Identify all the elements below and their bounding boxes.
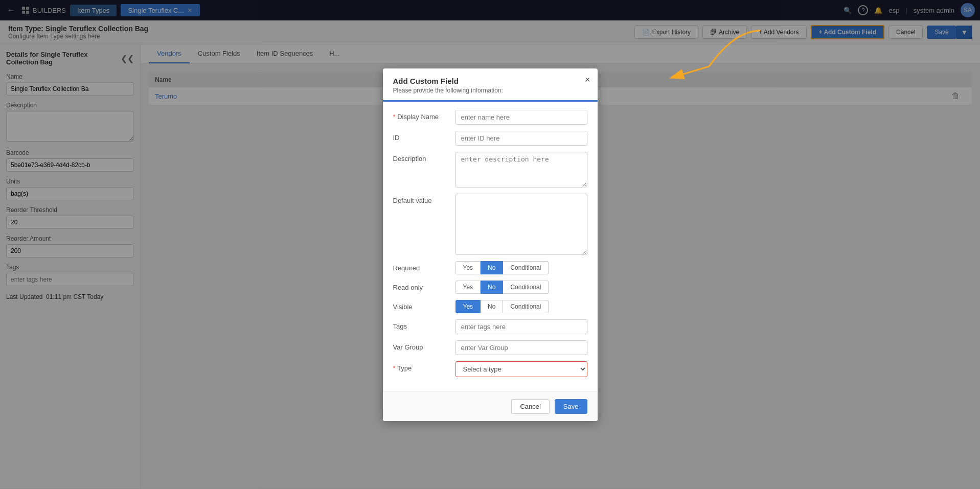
required-row: Required Yes No Conditional [393, 261, 587, 274]
tags-label: Tags [393, 319, 449, 330]
modal-save-button[interactable]: Save [555, 399, 587, 414]
read-only-row: Read only Yes No Conditional [393, 281, 587, 294]
read-only-btn-group: Yes No Conditional [455, 281, 549, 294]
default-value-label: Default value [393, 194, 449, 204]
description-label: Description [393, 152, 449, 162]
read-only-no-button[interactable]: No [481, 281, 503, 294]
description-row: Description [393, 152, 587, 188]
visible-btn-group: Yes No Conditional [455, 300, 549, 313]
required-btn-group: Yes No Conditional [455, 261, 549, 274]
display-name-input[interactable] [455, 110, 587, 125]
description-textarea[interactable] [455, 152, 587, 188]
type-row: Type Select a type [393, 361, 587, 377]
modal-cancel-button[interactable]: Cancel [511, 399, 549, 414]
visible-yes-button[interactable]: Yes [455, 300, 481, 313]
required-yes-button[interactable]: Yes [455, 261, 481, 274]
default-value-textarea[interactable] [455, 194, 587, 255]
modal-header: Add Custom Field Please provide the foll… [383, 68, 598, 102]
id-input[interactable] [455, 131, 587, 146]
modal-close-button[interactable]: × [585, 75, 590, 85]
visible-row: Visible Yes No Conditional [393, 300, 587, 313]
var-group-input[interactable] [455, 340, 587, 355]
default-value-row: Default value [393, 194, 587, 255]
read-only-yes-button[interactable]: Yes [455, 281, 481, 294]
id-label: ID [393, 131, 449, 142]
required-conditional-button[interactable]: Conditional [503, 261, 549, 274]
modal-body: Display Name ID Description Default valu… [383, 102, 598, 391]
modal-overlay: Add Custom Field Please provide the foll… [0, 0, 980, 488]
add-custom-field-modal: Add Custom Field Please provide the foll… [383, 68, 598, 421]
var-group-label: Var Group [393, 340, 449, 351]
id-row: ID [393, 131, 587, 146]
type-select[interactable]: Select a type [455, 361, 587, 377]
required-label: Required [393, 261, 449, 272]
var-group-row: Var Group [393, 340, 587, 355]
read-only-label: Read only [393, 281, 449, 291]
modal-subtitle: Please provide the following information… [393, 87, 587, 94]
read-only-conditional-button[interactable]: Conditional [503, 281, 549, 294]
modal-footer: Cancel Save [383, 391, 598, 421]
tags-input[interactable] [455, 319, 587, 334]
modal-title: Add Custom Field [393, 77, 587, 85]
required-no-button[interactable]: No [481, 261, 503, 274]
visible-conditional-button[interactable]: Conditional [503, 300, 549, 313]
visible-no-button[interactable]: No [481, 300, 503, 313]
tags-row: Tags [393, 319, 587, 334]
visible-label: Visible [393, 300, 449, 311]
display-name-row: Display Name [393, 110, 587, 125]
type-label: Type [393, 361, 449, 372]
display-name-label: Display Name [393, 110, 449, 121]
